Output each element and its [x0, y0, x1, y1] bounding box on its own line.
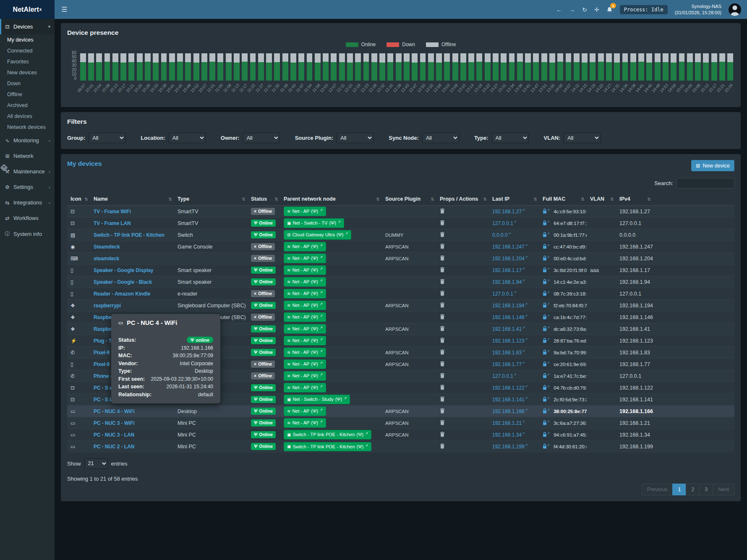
delete-device-icon[interactable] [440, 432, 445, 437]
delete-device-icon[interactable] [440, 279, 445, 284]
table-row[interactable]: ⌨ steamdeck × Offline ≋ Net - AP (Ψ) ↗ A… [67, 253, 734, 264]
sidebar-item-settings[interactable]: ⚙Settings‹ [0, 179, 55, 195]
sidebar-item-workflows[interactable]: ⇄Workflows [0, 210, 55, 226]
app-logo[interactable]: NetAlertx [0, 0, 55, 19]
parent-node-button[interactable]: ≋ Net - AP (Ψ) ↗ [284, 371, 326, 381]
last-ip-link[interactable]: 192.168.1.77↗ [492, 361, 525, 367]
sidebar-item-monitoring[interactable]: ∿Monitoring‹ [0, 133, 55, 148]
legend-item-online[interactable]: Online [346, 42, 376, 47]
last-ip-link[interactable]: 192.168.1.21↗ [492, 420, 525, 426]
column-header-last-ip[interactable]: Last IP⇅ [489, 193, 539, 206]
lock-icon[interactable]: ↗ [543, 314, 550, 320]
last-ip-link[interactable]: 192.168.1.34↗ [492, 432, 525, 438]
last-ip-link[interactable]: 192.168.1.166↗ [492, 408, 528, 414]
user-avatar[interactable] [729, 3, 741, 16]
table-row[interactable]: ▭ PC - NUC 4 - WiFi Desktop Ψ Online ≋ N… [67, 406, 734, 417]
last-ip-link[interactable]: 192.168.1.247↗ [492, 244, 528, 250]
delete-device-icon[interactable] [440, 408, 445, 413]
sidebar-item-system-info[interactable]: ⓘSystem info [0, 226, 55, 242]
device-name-link[interactable]: Reader - Amazon Kindle [94, 291, 150, 297]
last-ip-link[interactable]: 192.168.1.17↗ [492, 267, 525, 273]
lock-icon[interactable]: ↗ [543, 220, 550, 226]
lock-icon[interactable]: ↗ [543, 303, 550, 309]
refresh-icon[interactable]: ↻ [582, 6, 587, 13]
legend-item-down[interactable]: Down [387, 42, 415, 47]
lock-icon[interactable]: ↗ [543, 279, 550, 285]
device-name-link[interactable]: Switch - TP link POE - Kitchen [94, 232, 165, 238]
filter-select-sync-node[interactable]: All [422, 133, 459, 143]
parent-node-button[interactable]: ≋ Net - AP (Ψ) ↗ [284, 406, 326, 416]
page-button-1[interactable]: 1 [672, 484, 686, 495]
parent-node-button[interactable]: ▣ Net - Switch - TV (Ψ) ↗ [284, 218, 344, 228]
device-name-link[interactable]: PC - S L [94, 397, 112, 403]
last-ip-link[interactable]: 192.168.1.141↗ [492, 397, 528, 403]
previous-page-button[interactable]: Previous [642, 484, 673, 495]
lock-icon[interactable]: ↗ [543, 408, 550, 414]
last-ip-link[interactable]: 127.0.0.1↗ [492, 373, 517, 379]
table-row[interactable]: ⊡ TV - Frame LAN SmartTV Ψ Online ▣ Net … [67, 217, 734, 229]
device-name-link[interactable]: Speaker - Google - Black [94, 279, 152, 285]
device-name-link[interactable]: Plug - T [94, 338, 112, 344]
sidebar-item-my-devices[interactable]: My devices [0, 34, 55, 45]
delete-device-icon[interactable] [440, 420, 445, 425]
nav-forward-icon[interactable]: → [569, 6, 575, 13]
sidebar-item-connected[interactable]: Connected [0, 45, 55, 56]
last-ip-link[interactable]: 0.0.0.0↗ [492, 232, 511, 238]
last-ip-link[interactable]: 192.168.1.123↗ [492, 338, 528, 344]
delete-device-icon[interactable] [440, 255, 445, 261]
filter-select-type[interactable]: All [492, 133, 529, 143]
parent-node-button[interactable]: ▣ Switch - TP link POE - Kitchen (Ψ) ↗ [284, 430, 371, 440]
column-header-parent-network-node[interactable]: Parent network node⇅ [280, 193, 382, 206]
nav-back-icon[interactable]: ← [556, 6, 562, 13]
device-name-link[interactable]: raspberrypi [94, 303, 121, 309]
parent-node-button[interactable]: ≋ Net - AP (Ψ) ↗ [284, 277, 326, 287]
delete-device-icon[interactable] [440, 232, 445, 237]
parent-node-button[interactable]: ≋ Net - AP (Ψ) ↗ [284, 254, 326, 263]
table-row[interactable]: ▭ PC - NUC 2 - LAN Mini PC Ψ Online ▣ Sw… [67, 441, 734, 453]
device-name-link[interactable]: steamdeck [94, 256, 119, 262]
table-row[interactable]: ⊡ TV - Frame WiFi SmartTV × Offline ≋ Ne… [67, 206, 734, 217]
delete-device-icon[interactable] [440, 443, 445, 449]
parent-node-button[interactable]: ⊞ Cloud Gateway Ultra (Ψ) ↗ [284, 230, 351, 240]
delete-device-icon[interactable] [440, 326, 445, 331]
device-name-link[interactable]: TV - Frame LAN [94, 220, 131, 226]
parent-node-button[interactable]: ≋ Net - AP (Ψ) ↗ [284, 312, 326, 322]
delete-device-icon[interactable] [440, 314, 445, 319]
parent-node-button[interactable]: ▣ Switch - TP link POE - Kitchen (Ψ) ↗ [284, 442, 371, 452]
delete-device-icon[interactable] [440, 361, 445, 366]
parent-node-button[interactable]: ▣ Net - Switch - Study (Ψ) ↗ [284, 395, 350, 404]
next-page-button[interactable]: Next [713, 484, 734, 495]
lock-icon[interactable]: ↗ [543, 291, 550, 297]
lock-icon[interactable]: ↗ [543, 397, 550, 403]
parent-node-button[interactable]: ≋ Net - AP (Ψ) ↗ [284, 336, 326, 345]
sidebar-item-devices[interactable]: ⊡ Devices ▾ [0, 19, 55, 34]
lock-icon[interactable]: ↗ [543, 232, 550, 238]
last-ip-link[interactable]: 192.168.1.146↗ [492, 314, 528, 320]
entries-select[interactable]: 21 [84, 458, 108, 469]
delete-device-icon[interactable] [440, 373, 445, 378]
lock-icon[interactable]: ↗ [543, 338, 550, 344]
last-ip-link[interactable]: 192.168.1.194↗ [492, 303, 528, 309]
parent-node-button[interactable]: ≋ Net - AP (Ψ) ↗ [284, 348, 326, 357]
device-name-link[interactable]: PC - NUC 4 - WiFi [94, 408, 135, 414]
device-name-link[interactable]: PC - NUC 2 - LAN [94, 444, 134, 450]
notifications-button[interactable]: 1 [606, 6, 613, 13]
filter-select-group[interactable]: All [89, 133, 125, 143]
filter-select-vlan[interactable]: All [564, 133, 601, 143]
column-header-name[interactable]: Name⇅ [90, 193, 174, 206]
device-name-link[interactable]: PC - NUC 3 - LAN [94, 432, 134, 438]
search-input[interactable] [676, 178, 734, 188]
filter-select-location[interactable]: All [169, 133, 206, 143]
parent-node-button[interactable]: ≋ Net - AP (Ψ) ↗ [284, 265, 326, 275]
delete-device-icon[interactable] [440, 290, 445, 296]
lock-icon[interactable]: ↗ [543, 420, 550, 426]
sidebar-item-offline[interactable]: Offline [0, 89, 55, 100]
table-row[interactable]: ▭ PC - NUC 3 - WiFi Mini PC Ψ Online ≋ N… [67, 417, 734, 429]
sidebar-item-all-devices[interactable]: All devices [0, 111, 55, 122]
device-name-link[interactable]: Pixel-9 [94, 350, 110, 356]
legend-item-offline[interactable]: Offline [426, 42, 456, 47]
table-row[interactable]: ▯ Speaker - Google Display Smart speaker… [67, 264, 734, 276]
sidebar-item-new-devices[interactable]: New devices [0, 67, 55, 78]
parent-node-button[interactable]: ≋ Net - AP (Ψ) ↗ [284, 324, 326, 334]
delete-device-icon[interactable] [440, 220, 445, 225]
